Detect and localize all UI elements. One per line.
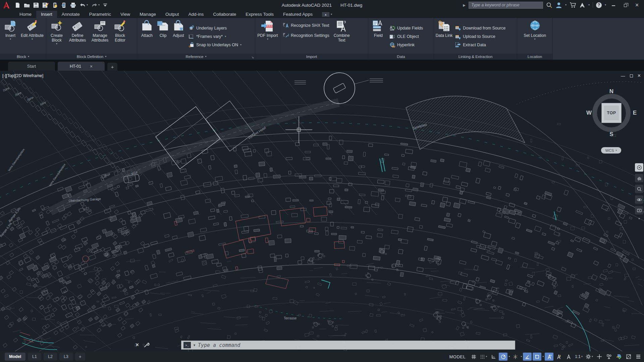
polar-dropdown[interactable]: ▾ (508, 355, 510, 358)
define-attributes-button[interactable]: Define Attributes (66, 19, 89, 54)
object-snap-tracking-toggle[interactable] (523, 353, 532, 361)
tab-manage[interactable]: Manage (135, 11, 161, 18)
tab-insert[interactable]: Insert (36, 11, 57, 18)
block-editor-button[interactable]: Block Editor (111, 19, 129, 54)
hyperlink-button[interactable]: Hyperlink (389, 41, 423, 49)
edit-attribute-dropdown[interactable]: ▾ (32, 38, 33, 41)
ole-object-button[interactable]: OLE Object (389, 33, 423, 40)
edit-attribute-button[interactable]: Edit Attribute ▾ (20, 19, 44, 54)
zoom-extents-button[interactable] (635, 185, 643, 193)
command-close-icon[interactable]: × (136, 342, 139, 348)
tab-parametric[interactable]: Parametric (85, 11, 116, 18)
tab-featured-apps[interactable]: Featured Apps (278, 11, 317, 18)
new-drawing-tab-button[interactable]: + (107, 63, 117, 71)
file-tab-doc[interactable]: HT-01 × (58, 62, 105, 71)
command-recent-dropdown[interactable]: ▼ (193, 344, 196, 347)
ortho-toggle[interactable] (489, 353, 498, 361)
set-location-dropdown[interactable]: ▾ (534, 38, 535, 41)
recognize-shx-text-button[interactable]: Recognize SHX Text (283, 22, 329, 29)
undo-dropdown[interactable]: ▾ (87, 4, 88, 6)
block-panel-label[interactable]: Block▾ (0, 54, 46, 60)
autocad-app-icon[interactable] (0, 0, 13, 10)
help-icon[interactable]: ? (596, 2, 602, 8)
tab-annotate[interactable]: Annotate (57, 11, 85, 18)
tab-output[interactable]: Output (161, 11, 184, 18)
open-on-mobile-button[interactable] (61, 2, 67, 8)
model-paper-toggle[interactable]: MODEL (446, 353, 468, 361)
help-dropdown[interactable]: ▾ (605, 4, 606, 6)
reference-panel-label[interactable]: Reference▾ (137, 54, 255, 60)
viewcube-north[interactable]: N (609, 88, 613, 95)
new-layout-button[interactable]: + (75, 353, 85, 361)
save-as-button[interactable] (42, 2, 49, 8)
annotation-autoscale-toggle[interactable] (554, 353, 563, 361)
share-drawing-button[interactable] (52, 2, 58, 8)
viewport-minimize-icon[interactable]: — (621, 73, 625, 78)
pan-button[interactable] (635, 174, 643, 182)
frames-dropdown[interactable]: ▾ (225, 35, 226, 38)
combine-text-button[interactable]: Combine Text (331, 19, 353, 54)
wcs-selector[interactable]: WCS▾ (601, 147, 621, 154)
open-folder-button[interactable] (24, 2, 30, 8)
command-line[interactable]: >_ ▼ (181, 341, 515, 350)
search-expand-icon[interactable]: ▶ (463, 3, 466, 7)
navbar-more-caret[interactable]: ▾ (638, 217, 640, 220)
command-customize-wrench-icon[interactable] (144, 342, 150, 348)
data-panel-label[interactable]: Data (368, 54, 434, 60)
isodraft-dropdown[interactable]: ▾ (521, 355, 522, 358)
osnap-dropdown[interactable]: ▾ (542, 355, 544, 358)
tray-settings-button[interactable] (595, 353, 604, 361)
annotation-visibility-toggle[interactable] (545, 353, 553, 361)
ribbon-display-toggle[interactable]: ▲▾ (322, 12, 332, 18)
set-location-button[interactable]: Set Location ▾ (523, 19, 547, 54)
snap-dropdown[interactable]: ▾ (486, 355, 487, 358)
signin-dropdown[interactable]: ▾ (565, 4, 567, 6)
frames-vary-button[interactable]: *Frames vary*▾ (189, 33, 241, 40)
recognition-settings-button[interactable]: Recognition Settings (283, 32, 329, 39)
tab-collaborate[interactable]: Collaborate (208, 11, 241, 18)
viewcube-top-face[interactable]: TOP (601, 103, 622, 123)
snap-mode-toggle[interactable]: ▾ (479, 353, 488, 361)
save-button[interactable] (33, 2, 39, 8)
import-panel-label[interactable]: Import (255, 54, 368, 60)
linking-panel-label[interactable]: Linking & Extraction (434, 54, 517, 60)
orbit-button[interactable] (635, 195, 643, 204)
attach-button[interactable]: Attach (138, 19, 156, 54)
isometric-drafting-toggle[interactable] (511, 353, 520, 361)
show-motion-button[interactable] (635, 206, 643, 215)
restore-button[interactable] (621, 1, 630, 9)
app-store-cart-icon[interactable] (570, 2, 576, 8)
viewport-close-icon[interactable]: × (638, 73, 641, 79)
redo-button[interactable]: ▾ (91, 3, 100, 8)
viewcube-east[interactable]: E (633, 110, 637, 116)
create-block-dropdown[interactable]: ▾ (56, 43, 57, 45)
adjust-button[interactable]: Adjust (170, 19, 187, 54)
create-block-button[interactable]: Create Block ▾ (47, 19, 66, 54)
tab-add-ins[interactable]: Add-ins (183, 11, 208, 18)
layout-tab-l3[interactable]: L3 (59, 353, 73, 361)
full-navigation-wheel-button[interactable] (635, 163, 643, 172)
workspace-dropdown[interactable]: ▾ (592, 355, 593, 358)
data-link-button[interactable]: Data Link (435, 19, 453, 54)
pdf-import-button[interactable]: PDF Import ▾ (256, 19, 279, 54)
polar-tracking-toggle[interactable] (499, 353, 507, 361)
plot-button[interactable] (70, 2, 76, 8)
file-tab-start[interactable]: Start (8, 62, 55, 71)
isolate-objects-button[interactable] (605, 353, 613, 361)
viewcube-south[interactable]: S (609, 131, 613, 138)
object-snap-toggle[interactable] (533, 353, 541, 361)
snap-to-underlays-button[interactable]: Snap to Underlays ON▾ (189, 41, 241, 49)
insert-block-button[interactable]: Insert ▾ (1, 19, 20, 54)
update-fields-button[interactable]: Update Fields (389, 24, 423, 32)
tab-express-tools[interactable]: Express Tools (241, 11, 278, 18)
annotation-scale-value[interactable]: 1:1▾ (574, 353, 584, 361)
manage-attributes-button[interactable]: Manage Attributes (89, 19, 111, 54)
close-file-tab-icon[interactable]: × (90, 64, 93, 69)
sign-in-user-icon[interactable] (555, 2, 562, 8)
graphics-performance-button[interactable] (614, 353, 623, 361)
download-from-source-button[interactable]: Download from Source (455, 24, 505, 32)
command-input[interactable] (198, 342, 513, 348)
location-panel-label[interactable]: Location (517, 54, 552, 60)
upload-to-source-button[interactable]: Upload to Source (455, 33, 505, 40)
block-definition-panel-label[interactable]: Block Definition▾ (46, 54, 137, 60)
